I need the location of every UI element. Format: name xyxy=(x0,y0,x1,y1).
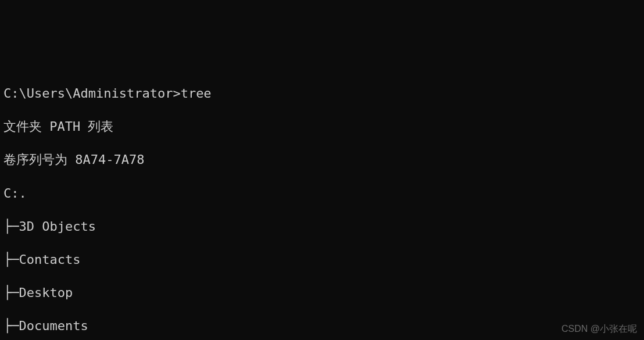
tree-item: ├─Desktop xyxy=(3,285,641,302)
prompt-line: C:\Users\Administrator>tree xyxy=(3,85,641,102)
tree-item: ├─Contacts xyxy=(3,252,641,269)
path-list-header: 文件夹 PATH 列表 xyxy=(3,119,641,135)
tree-root: C:. xyxy=(3,185,641,202)
tree-item: ├─3D Objects xyxy=(3,219,641,235)
terminal-output: C:\Users\Administrator>tree 文件夹 PATH 列表 … xyxy=(3,69,641,340)
watermark: CSDN @小张在呢 xyxy=(561,323,637,335)
volume-serial: 卷序列号为 8A74-7A78 xyxy=(3,152,641,169)
tree-item: ├─Documents xyxy=(3,318,641,335)
